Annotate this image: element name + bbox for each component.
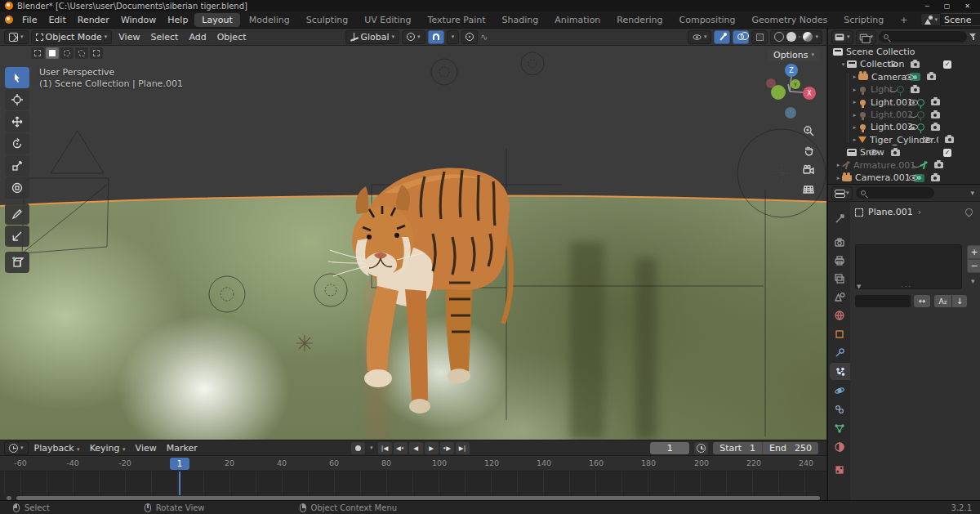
list-filter-search-input[interactable]: [855, 295, 911, 307]
prev-keyframe-button[interactable]: ◀•: [394, 442, 408, 454]
light-data-icon[interactable]: [917, 111, 924, 118]
menu-select[interactable]: Select: [146, 32, 182, 42]
select-box-mode-button[interactable]: [46, 47, 59, 59]
disable-render-toggle[interactable]: [927, 74, 936, 80]
next-keyframe-button[interactable]: •▶: [440, 442, 454, 454]
pan-button[interactable]: [799, 141, 818, 160]
workspace-tab-geometry-nodes[interactable]: Geometry Nodes: [744, 13, 835, 27]
expand-arrow-icon[interactable]: ▸: [851, 124, 858, 131]
reverse-order-button[interactable]: ↓: [952, 295, 967, 307]
select-box-tool[interactable]: [5, 67, 29, 88]
add-list-item-button[interactable]: +: [967, 245, 980, 259]
outliner-search-input[interactable]: [879, 31, 967, 42]
xray-toggle[interactable]: [751, 30, 768, 44]
disable-render-toggle[interactable]: [911, 87, 920, 93]
collection-checkbox[interactable]: ✓: [943, 60, 951, 69]
workspace-tab-texture-paint[interactable]: Texture Paint: [421, 13, 493, 27]
properties-search-input[interactable]: [856, 187, 934, 199]
navigation-gizmo[interactable]: Z Y X: [760, 60, 823, 124]
auto-keying-button[interactable]: [351, 442, 365, 454]
tab-physics[interactable]: [828, 382, 850, 399]
outliner-row-light-002[interactable]: ▸ Light.002: [828, 109, 980, 121]
axis-minus-z-ball[interactable]: [785, 107, 796, 118]
menu-add[interactable]: Add: [185, 32, 210, 42]
disable-render-toggle[interactable]: [931, 124, 940, 131]
menu-marker[interactable]: Marker: [163, 443, 202, 454]
end-frame-field[interactable]: End250: [763, 443, 818, 454]
expand-arrow-icon[interactable]: ▸: [835, 175, 842, 181]
mode-dropdown[interactable]: Object Mode ▾: [31, 30, 113, 44]
workspace-tab-scripting[interactable]: Scripting: [836, 13, 891, 27]
workspace-tab-layout[interactable]: Layout: [194, 13, 239, 27]
add-workspace-button[interactable]: +: [893, 13, 915, 27]
remove-list-item-button[interactable]: −: [967, 259, 980, 273]
solid-shading-button[interactable]: [786, 32, 796, 42]
menu-view[interactable]: View: [114, 32, 144, 42]
disable-render-toggle[interactable]: [911, 61, 920, 68]
hide-viewport-toggle[interactable]: [869, 150, 878, 155]
select-extend-mode-button[interactable]: [90, 47, 103, 59]
axis-minus-y-ball[interactable]: [771, 85, 786, 100]
visibility-dropdown[interactable]: ▾: [688, 30, 712, 44]
tab-object-data[interactable]: [828, 419, 850, 436]
expand-arrow-icon[interactable]: ▸: [851, 87, 858, 93]
menu-window[interactable]: Window: [115, 13, 162, 27]
outliner-row-snow[interactable]: Snow ✓: [828, 146, 980, 159]
hide-viewport-toggle[interactable]: [909, 100, 918, 105]
invert-filter-button[interactable]: ↔: [914, 295, 930, 307]
auto-key-dropdown[interactable]: ▾: [370, 445, 373, 451]
timeline-editor-type-button[interactable]: ▾: [4, 441, 29, 455]
outliner-row-tiger-cylinder[interactable]: ▸ Tiger_Cylinder.002: [828, 134, 980, 146]
workspace-tab-compositing[interactable]: Compositing: [672, 13, 743, 27]
expand-arrow-icon[interactable]: ▸: [835, 162, 842, 168]
workspace-tab-shading[interactable]: Shading: [495, 13, 546, 27]
menu-playback[interactable]: Playback ▾: [30, 443, 84, 454]
menu-file[interactable]: File: [16, 13, 42, 27]
scene-browse-button[interactable]: ▾: [920, 13, 941, 26]
use-preview-range-button[interactable]: [694, 442, 708, 454]
light-data-icon[interactable]: [917, 123, 924, 131]
pin-icon[interactable]: [964, 207, 974, 217]
breadcrumb-object-name[interactable]: Plane.001: [868, 207, 913, 217]
outliner-row-light-003[interactable]: ▸ Light.003: [828, 121, 980, 133]
current-frame-field[interactable]: 1: [650, 442, 689, 454]
move-tool[interactable]: [5, 111, 29, 132]
outliner-row-light-001[interactable]: ▸ Light.001: [828, 96, 980, 109]
expand-arrow-icon[interactable]: ▸: [851, 136, 858, 143]
workspace-tab-animation[interactable]: Animation: [547, 13, 608, 27]
disable-render-toggle[interactable]: [931, 175, 940, 181]
disable-render-toggle[interactable]: [891, 150, 900, 156]
cursor-tool[interactable]: [5, 89, 29, 110]
rotate-tool[interactable]: [5, 133, 29, 154]
jump-to-end-button[interactable]: ▶|: [456, 442, 470, 454]
workspace-tab-rendering[interactable]: Rendering: [609, 13, 670, 27]
properties-options-dropdown[interactable]: ▾: [970, 190, 974, 197]
display-mode-dropdown[interactable]: ▾: [856, 30, 877, 44]
outliner-row-camera[interactable]: ▸ Camera: [828, 71, 980, 83]
tab-scene[interactable]: [828, 288, 850, 305]
expand-arrow-icon[interactable]: ▸: [851, 112, 858, 118]
jump-to-start-button[interactable]: |◀: [378, 442, 392, 454]
list-resize-grip[interactable]: ···: [901, 281, 912, 292]
start-frame-field[interactable]: Start1: [713, 443, 762, 454]
add-cube-tool[interactable]: [5, 252, 29, 273]
playhead-badge[interactable]: 1: [170, 458, 189, 470]
disable-render-toggle[interactable]: [945, 136, 954, 143]
measure-tool[interactable]: [5, 226, 29, 247]
workspace-tab-uv-editing[interactable]: UV Editing: [357, 13, 418, 27]
pivot-point-dropdown[interactable]: ▾: [402, 30, 425, 44]
expand-arrow-icon[interactable]: ▸: [851, 99, 858, 105]
hide-viewport-toggle[interactable]: [905, 74, 914, 80]
proportional-edit-toggle[interactable]: [461, 30, 478, 44]
outliner-row-camera-001[interactable]: ▸ Camera.001: [828, 172, 980, 183]
tab-output[interactable]: [828, 252, 850, 269]
tab-view-layer[interactable]: [828, 270, 850, 287]
outliner-row-light[interactable]: ▸ Light: [828, 83, 980, 96]
tab-particles[interactable]: [830, 363, 850, 380]
hide-viewport-toggle[interactable]: [909, 124, 918, 130]
material-shading-button[interactable]: [799, 36, 800, 38]
collapse-arrow-icon[interactable]: ▾: [840, 61, 847, 68]
blender-menu-icon[interactable]: [5, 16, 13, 24]
tab-tool[interactable]: [828, 210, 850, 227]
show-gizmo-toggle[interactable]: [714, 30, 730, 44]
